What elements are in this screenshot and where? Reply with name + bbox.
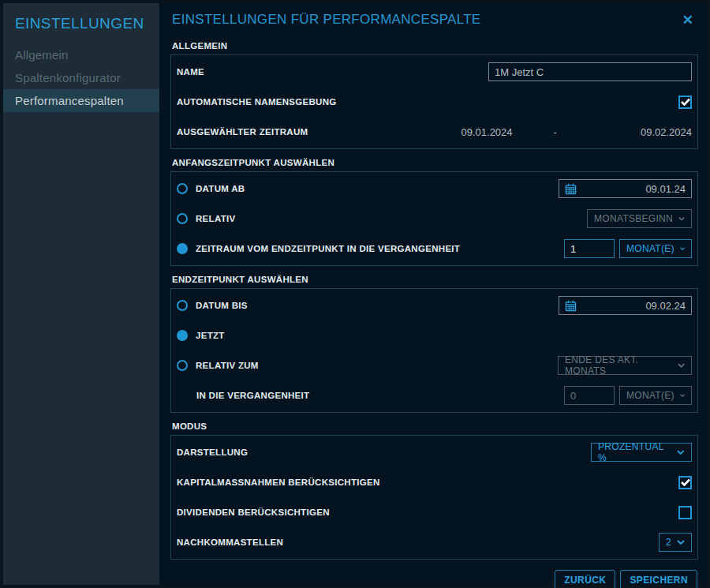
back-button[interactable]: ZURÜCK (555, 570, 615, 588)
close-icon[interactable]: ✕ (679, 13, 697, 27)
relativ-zum-select: ENDE DES AKT. MONATS (558, 356, 692, 375)
sidebar: EINSTELLUNGEN Allgemein Spaltenkonfigura… (3, 3, 159, 585)
row-zeitraum: AUSGEWÄHLTER ZEITRAUM 09.01.2024 - 09.02… (177, 117, 692, 147)
zeitraum-unit-select[interactable]: MONAT(E) (619, 239, 692, 258)
in-vergangenheit-unit-value: MONAT(E) (626, 390, 674, 401)
dividenden-checkbox[interactable] (678, 506, 692, 519)
section-allgemein: NAME AUTOMATISCHE NAMENSGEBUNG AUSGEWÄHL… (170, 54, 698, 149)
datum-bis-field[interactable]: 09.02.24 (559, 296, 692, 315)
sidebar-item-spaltenkonfigurator[interactable]: Spaltenkonfigurator (3, 66, 159, 89)
datum-ab-radio[interactable] (177, 183, 188, 194)
datum-ab-field[interactable]: 09.01.24 (559, 179, 692, 198)
in-vergangenheit-count-input (564, 386, 615, 405)
row-datum-ab: DATUM AB 09.01.24 (177, 174, 692, 204)
sidebar-item-performancespalten[interactable]: Performancespalten (3, 89, 159, 112)
datum-ab-value: 09.01.24 (645, 183, 686, 195)
datum-bis-label: DATUM BIS (196, 301, 248, 310)
jetzt-radio[interactable] (177, 330, 188, 341)
check-icon (681, 478, 690, 486)
row-zeitraum-vergangenheit: ZEITRAUM VOM ENDZEITPUNKT IN DIE VERGANG… (177, 234, 692, 264)
zeitraum-unit-value: MONAT(E) (626, 243, 674, 254)
chevron-down-icon (678, 363, 685, 368)
relativ-radio[interactable] (177, 213, 188, 224)
row-nachkommastellen: NACHKOMMASTELLEN 2 (177, 527, 692, 557)
section-modus: DARSTELLUNG PROZENTUAL % KAPITALMASSNAHM… (170, 435, 698, 560)
name-input[interactable] (488, 62, 692, 81)
row-kapitalmassnahmen: KAPITALMASSNAHMEN BERÜCKSICHTIGEN (177, 467, 692, 497)
dialog-header: EINSTELLUNGEN FÜR PERFORMANCESPALTE ✕ (170, 3, 698, 32)
check-icon (681, 98, 690, 106)
chevron-down-icon (680, 246, 685, 251)
chevron-down-icon (677, 450, 685, 455)
zeitraum-vergangenheit-label: ZEITRAUM VOM ENDZEITPUNKT IN DIE VERGANG… (196, 244, 460, 253)
row-darstellung: DARSTELLUNG PROZENTUAL % (177, 437, 692, 467)
datum-ab-label: DATUM AB (196, 184, 245, 193)
relativ-zum-value: ENDE DES AKT. MONATS (565, 354, 672, 376)
zeitraum-label: AUSGEWÄHLTER ZEITRAUM (177, 127, 308, 137)
section-title-modus: MODUS (172, 421, 697, 431)
zeitraum-range: 09.01.2024 - 09.02.2024 (462, 126, 693, 138)
kapitalmassnahmen-checkbox[interactable] (678, 476, 692, 489)
darstellung-label: DARSTELLUNG (177, 448, 248, 457)
chevron-down-icon (680, 393, 685, 398)
relativ-select: MONATSBEGINN (587, 209, 692, 228)
zeitraum-from: 09.01.2024 (462, 126, 513, 138)
row-dividenden: DIVIDENDEN BERÜCKSICHTIGEN (177, 497, 692, 527)
sidebar-title: EINSTELLUNGEN (3, 3, 159, 43)
relativ-label: RELATIV (196, 214, 235, 223)
dialog-title: EINSTELLUNGEN FÜR PERFORMANCESPALTE (172, 12, 481, 28)
section-ende: DATUM BIS 09.02.24 (170, 288, 698, 413)
section-title-allgemein: ALLGEMEIN (172, 41, 697, 51)
calendar-icon (565, 300, 577, 312)
row-name: NAME (177, 57, 692, 87)
dialog-footer: ZURÜCK SPEICHERN (170, 570, 698, 588)
auto-naming-label: AUTOMATISCHE NAMENSGEBUNG (177, 97, 337, 107)
in-vergangenheit-controls: MONAT(E) (564, 386, 692, 405)
row-relativ-zum: RELATIV ZUM ENDE DES AKT. MONATS (177, 350, 692, 380)
relativ-zum-label: RELATIV ZUM (196, 361, 259, 370)
section-anfang: DATUM AB 09.01.24 (170, 171, 698, 266)
zeitraum-to: 09.02.2024 (641, 126, 692, 138)
jetzt-label: JETZT (196, 331, 225, 340)
row-auto-naming: AUTOMATISCHE NAMENSGEBUNG (177, 87, 692, 117)
calendar-icon (565, 183, 577, 195)
auto-naming-checkbox[interactable] (678, 96, 692, 109)
section-title-ende: ENDZEITPUNKT AUSWÄHLEN (172, 275, 697, 284)
chevron-down-icon (677, 540, 685, 545)
datum-bis-radio[interactable] (177, 300, 188, 311)
datum-bis-value: 09.02.24 (645, 300, 686, 312)
zeitraum-count-input[interactable] (564, 239, 615, 258)
in-vergangenheit-label: IN DIE VERGANGENHEIT (177, 391, 309, 400)
nachkommastellen-label: NACHKOMMASTELLEN (177, 537, 283, 547)
save-button[interactable]: SPEICHERN (620, 570, 697, 588)
row-jetzt: JETZT (177, 320, 692, 350)
zeitraum-separator: - (554, 126, 557, 138)
zeitraum-radio[interactable] (177, 243, 188, 254)
dividenden-label: DIVIDENDEN BERÜCKSICHTIGEN (177, 507, 330, 517)
in-vergangenheit-unit-select: MONAT(E) (619, 386, 692, 405)
darstellung-value: PROZENTUAL % (598, 441, 671, 463)
sidebar-item-allgemein[interactable]: Allgemein (3, 43, 159, 66)
relativ-zum-radio[interactable] (177, 360, 188, 371)
chevron-down-icon (678, 216, 685, 221)
name-label: NAME (177, 67, 204, 77)
relativ-select-value: MONATSBEGINN (594, 213, 673, 224)
settings-window: EINSTELLUNGEN Allgemein Spaltenkonfigura… (0, 0, 710, 588)
row-in-vergangenheit: IN DIE VERGANGENHEIT MONAT(E) (177, 380, 692, 410)
nachkommastellen-select[interactable]: 2 (659, 533, 692, 552)
section-title-anfang: ANFANGSZEITPUNKT AUSWÄHLEN (172, 158, 697, 167)
darstellung-select[interactable]: PROZENTUAL % (591, 443, 692, 462)
zeitraum-controls: MONAT(E) (564, 239, 692, 258)
kapitalmassnahmen-label: KAPITALMASSNAHMEN BERÜCKSICHTIGEN (177, 478, 380, 487)
row-relativ: RELATIV MONATSBEGINN (177, 204, 692, 234)
row-datum-bis: DATUM BIS 09.02.24 (177, 290, 692, 320)
main-panel: EINSTELLUNGEN FÜR PERFORMANCESPALTE ✕ AL… (159, 3, 707, 585)
nachkommastellen-value: 2 (666, 537, 671, 548)
